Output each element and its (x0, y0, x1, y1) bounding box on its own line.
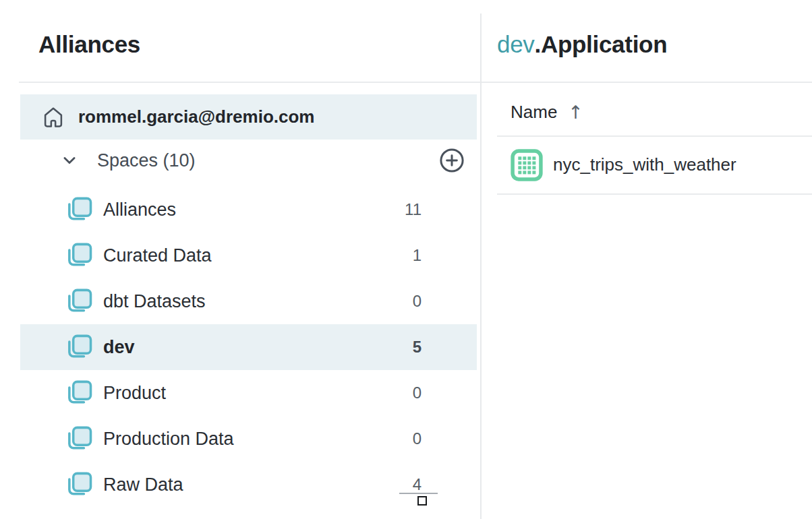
dataset-name: nyc_trips_with_weather (553, 154, 736, 175)
space-item-label: Production Data (103, 429, 234, 450)
space-icon (63, 286, 94, 317)
space-item-count: 0 (413, 292, 422, 311)
spaces-section-label: Spaces (10) (97, 150, 196, 171)
space-item-count: 0 (413, 429, 422, 448)
dataset-row[interactable]: nyc_trips_with_weather (511, 136, 736, 193)
home-catalog-item[interactable]: rommel.garcia@dremio.com (20, 94, 477, 140)
space-item-count: 0 (413, 384, 422, 402)
dremio-catalog-page: Alliances rommel.garcia@dremio.com Space… (0, 0, 812, 519)
space-list-item[interactable]: dbt Datasets 0 (20, 278, 477, 324)
table-row-divider (497, 193, 812, 195)
space-item-label: Product (103, 383, 166, 404)
count-underline-artifact (399, 493, 438, 494)
space-list-item[interactable]: Raw Data 4 (20, 462, 477, 508)
space-list-item[interactable]: dev 5 (20, 324, 477, 370)
space-item-count: 11 (405, 200, 422, 219)
home-item-label: rommel.garcia@dremio.com (78, 106, 314, 127)
space-icon (63, 377, 94, 408)
space-item-label: Alliances (103, 200, 176, 220)
space-item-label: dbt Datasets (103, 291, 206, 312)
space-icon (63, 194, 94, 225)
cursor-square-artifact (417, 496, 427, 506)
space-list-item[interactable]: Curated Data 1 (20, 233, 477, 278)
space-item-label: Raw Data (103, 475, 183, 495)
panel-divider (480, 13, 482, 519)
breadcrumb-separator: . (535, 31, 541, 57)
physical-dataset-table-icon (511, 149, 543, 181)
space-icon (63, 469, 94, 500)
space-item-count: 4 (413, 475, 422, 494)
spaces-section-header: Spaces (10) (20, 143, 477, 178)
space-icon (63, 423, 94, 454)
space-list-item[interactable]: Product 0 (20, 370, 477, 416)
add-space-button[interactable] (438, 146, 466, 175)
sort-ascending-icon: ↑ (568, 102, 583, 123)
breadcrumb: dev.Application (497, 31, 667, 58)
space-list-item[interactable]: Alliances 11 (20, 187, 477, 233)
header-divider (19, 82, 812, 83)
space-item-label: dev (103, 337, 135, 358)
spaces-list: Alliances 11 Curated Data 1 (20, 187, 477, 508)
sidebar-title: Alliances (38, 31, 140, 58)
space-item-label: Curated Data (103, 245, 212, 266)
breadcrumb-space-link[interactable]: dev (497, 31, 535, 57)
home-icon (40, 104, 66, 130)
space-list-item[interactable]: Production Data 0 (20, 416, 477, 462)
space-icon (63, 240, 94, 271)
name-column-label: Name (511, 102, 557, 123)
space-icon (63, 332, 94, 363)
table-column-header-name[interactable]: Name ↑ (511, 93, 583, 131)
breadcrumb-current-folder: Application (541, 31, 667, 57)
chevron-down-icon[interactable] (58, 149, 81, 172)
space-item-count: 1 (413, 246, 422, 265)
space-item-count: 5 (413, 338, 422, 357)
